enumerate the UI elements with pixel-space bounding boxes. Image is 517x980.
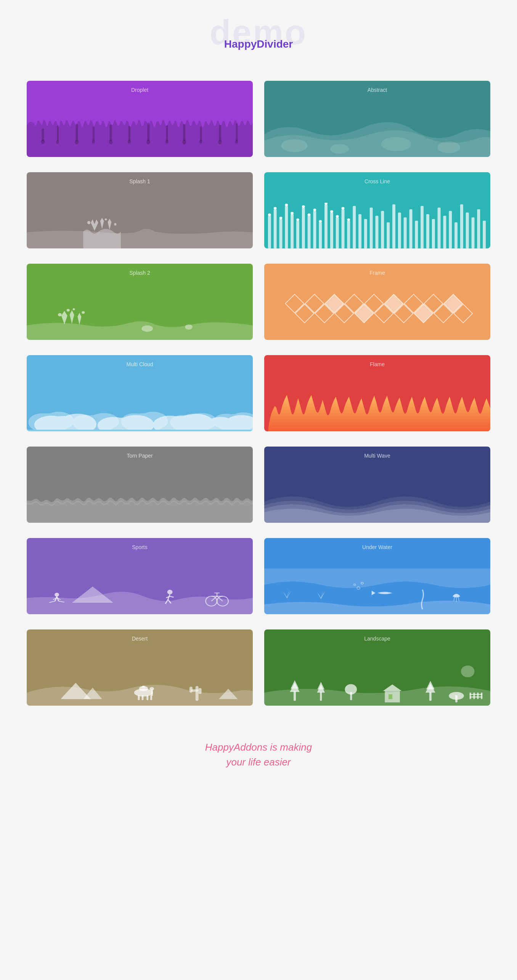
footer: HappyAddons is making your life easier (0, 729, 517, 789)
card-crossline[interactable]: Cross Line (264, 172, 490, 248)
svg-rect-113 (414, 304, 433, 323)
svg-point-87 (82, 311, 85, 314)
card-underwater[interactable]: Under Water (264, 538, 490, 614)
svg-rect-33 (279, 219, 283, 248)
svg-rect-174 (150, 695, 152, 700)
svg-point-13 (146, 140, 150, 144)
svg-point-84 (347, 218, 350, 221)
card-abstract[interactable]: Abstract (264, 81, 490, 157)
svg-rect-195 (470, 697, 483, 698)
svg-rect-12 (147, 123, 149, 141)
svg-point-27 (438, 141, 460, 153)
svg-rect-179 (189, 687, 193, 692)
card-flame[interactable]: Flame (264, 355, 490, 431)
svg-line-165 (458, 597, 459, 601)
svg-rect-40 (319, 222, 322, 248)
svg-point-88 (73, 308, 75, 310)
svg-point-21 (218, 140, 222, 144)
card-splash2[interactable]: Splash 2 (27, 264, 253, 340)
card-splash1[interactable]: Splash 1 (27, 172, 253, 248)
svg-rect-91 (285, 294, 304, 313)
svg-rect-42 (330, 213, 333, 248)
svg-rect-47 (358, 214, 361, 248)
footer-line2: your life easier (0, 755, 517, 770)
card-desert-label: Desert (132, 629, 148, 642)
svg-rect-20 (219, 125, 221, 141)
svg-point-82 (336, 215, 339, 218)
svg-point-30 (105, 218, 107, 220)
card-underwater-label: Under Water (362, 538, 392, 550)
svg-point-79 (319, 220, 322, 223)
card-multicloud[interactable]: Multi Cloud (27, 355, 253, 431)
svg-rect-62 (443, 216, 446, 248)
svg-point-75 (296, 218, 299, 221)
svg-rect-111 (444, 294, 462, 313)
svg-rect-4 (75, 124, 78, 141)
card-frame[interactable]: Frame (264, 264, 490, 340)
svg-rect-50 (376, 216, 379, 248)
card-flame-label: Flame (370, 355, 385, 367)
card-desert[interactable]: Desert (27, 629, 253, 706)
svg-rect-194 (470, 694, 483, 695)
svg-rect-52 (387, 222, 390, 248)
svg-rect-36 (296, 221, 299, 248)
svg-rect-16 (183, 124, 185, 141)
svg-rect-189 (455, 695, 458, 703)
svg-rect-18 (200, 127, 202, 141)
svg-point-3 (56, 140, 59, 144)
svg-point-29 (114, 223, 116, 226)
svg-point-26 (381, 137, 411, 151)
svg-rect-59 (426, 214, 429, 248)
svg-line-163 (454, 597, 454, 601)
svg-point-17 (182, 140, 186, 144)
svg-rect-181 (294, 691, 296, 701)
svg-rect-68 (477, 209, 480, 248)
svg-point-85 (58, 313, 62, 316)
svg-rect-187 (429, 692, 432, 701)
svg-rect-177 (196, 686, 199, 701)
svg-rect-46 (353, 206, 356, 248)
svg-rect-109 (325, 294, 344, 313)
card-sports[interactable]: Sports (27, 538, 253, 614)
svg-rect-56 (409, 209, 413, 248)
svg-rect-192 (477, 693, 478, 699)
svg-rect-92 (305, 294, 324, 313)
card-multiwave[interactable]: Multi Wave (264, 447, 490, 523)
svg-rect-67 (472, 218, 475, 248)
svg-rect-110 (384, 294, 403, 313)
happy-text: Happy (224, 38, 257, 50)
svg-point-77 (308, 213, 311, 216)
card-tornpaper[interactable]: Torn Paper (27, 447, 253, 523)
svg-rect-31 (268, 216, 271, 248)
svg-point-78 (313, 208, 316, 211)
svg-rect-193 (481, 693, 482, 699)
card-abstract-label: Abstract (368, 81, 387, 93)
svg-rect-51 (381, 211, 384, 248)
card-tornpaper-label: Torn Paper (127, 447, 153, 459)
svg-point-86 (67, 309, 70, 312)
svg-rect-180 (199, 688, 202, 694)
svg-rect-38 (308, 216, 311, 248)
svg-rect-58 (421, 206, 424, 248)
cards-grid: Droplet (0, 73, 517, 729)
card-landscape[interactable]: Landscape (264, 629, 490, 706)
svg-rect-190 (470, 693, 471, 699)
svg-point-83 (342, 207, 345, 210)
svg-rect-69 (483, 221, 486, 248)
svg-rect-57 (415, 221, 418, 248)
svg-rect-191 (474, 693, 475, 699)
svg-rect-54 (398, 213, 401, 248)
svg-rect-49 (370, 208, 373, 248)
svg-rect-63 (449, 211, 452, 248)
svg-point-72 (279, 217, 283, 219)
svg-point-23 (235, 140, 238, 144)
svg-rect-0 (42, 128, 44, 141)
svg-rect-171 (138, 695, 140, 700)
svg-point-90 (185, 324, 193, 330)
card-landscape-label: Landscape (364, 629, 390, 642)
svg-point-76 (302, 205, 305, 208)
card-splash2-label: Splash 2 (129, 264, 150, 276)
app-title: HappyDivider (0, 38, 517, 50)
svg-rect-66 (466, 213, 469, 248)
card-droplet[interactable]: Droplet (27, 81, 253, 157)
